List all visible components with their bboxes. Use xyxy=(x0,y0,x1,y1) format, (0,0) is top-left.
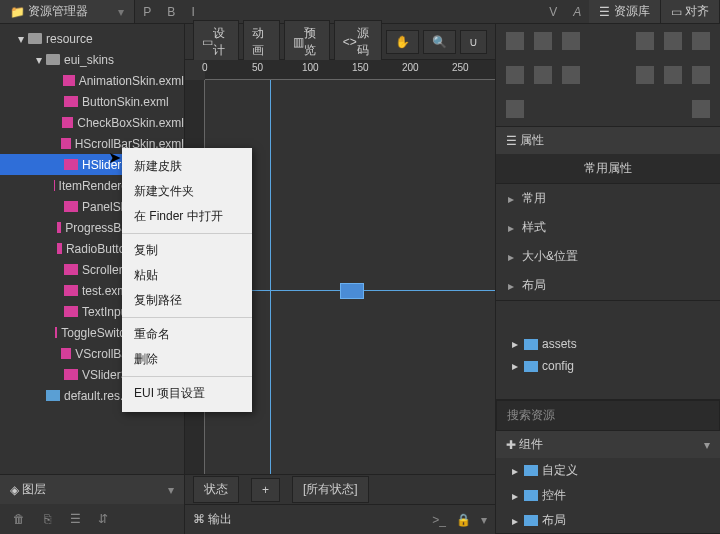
tree-label: AnimationSkin.exml xyxy=(79,74,184,88)
distribute-v-icon[interactable] xyxy=(534,66,552,84)
chevron-down-icon[interactable]: ▾ xyxy=(168,483,174,497)
prop-size[interactable]: ▸大小&位置 xyxy=(496,242,720,271)
guide-vertical[interactable] xyxy=(270,80,271,474)
right-panel: ☰ 属性 常用属性 ▸常用 ▸样式 ▸大小&位置 ▸布局 ▸assets ▸co… xyxy=(495,24,720,534)
adjust-icon[interactable]: ⇵ xyxy=(94,510,112,528)
add-state-button[interactable]: + xyxy=(251,478,280,502)
prop-style[interactable]: ▸样式 xyxy=(496,213,720,242)
prop-layout[interactable]: ▸布局 xyxy=(496,271,720,300)
components-label: 组件 xyxy=(519,436,543,453)
all-states-button[interactable]: [所有状态] xyxy=(292,476,369,503)
exml-icon xyxy=(61,348,71,359)
tree-file-exml[interactable]: ButtonSkin.exml xyxy=(0,91,184,112)
panel-menu-icon[interactable]: ▾ xyxy=(118,5,124,19)
tool-b[interactable]: B xyxy=(159,0,183,23)
magnet-tool[interactable]: ∪ xyxy=(460,30,487,54)
align-center-v-icon[interactable] xyxy=(664,32,682,50)
console-icon[interactable]: >_ xyxy=(432,513,446,527)
space-h-icon[interactable] xyxy=(562,66,580,84)
source-button[interactable]: <> 源码 xyxy=(334,20,382,64)
exml-icon xyxy=(64,96,78,107)
menu-new-folder[interactable]: 新建文件夹 xyxy=(122,179,252,204)
selected-element[interactable] xyxy=(340,283,364,299)
chevron-down-icon[interactable]: ▾ xyxy=(704,438,710,452)
separator xyxy=(122,233,252,234)
layers-header[interactable]: ◈ 图层 ▾ xyxy=(0,475,184,504)
terminal-icon: ⌘ xyxy=(193,512,205,526)
space-v-icon[interactable] xyxy=(636,66,654,84)
editor-toolbar: ▭ 设计 动画 ▥ 预览 <> 源码 ✋ 🔍 ∪ xyxy=(185,24,495,60)
exml-icon xyxy=(64,369,78,380)
grid-icon[interactable] xyxy=(692,100,710,118)
folder-assets[interactable]: ▸assets xyxy=(496,333,720,355)
menu-eui-settings[interactable]: EUI 项目设置 xyxy=(122,381,252,406)
tree-file-exml[interactable]: AnimationSkin.exml xyxy=(0,70,184,91)
output-tab[interactable]: ⌘ 输出 xyxy=(193,511,232,528)
components-section: ✚ 组件 ▾ ▸自定义 ▸控件 ▸布局 xyxy=(496,431,720,534)
match-width-icon[interactable] xyxy=(664,66,682,84)
state-button[interactable]: 状态 xyxy=(193,476,239,503)
asset-library-tab[interactable]: ☰ 资源库 xyxy=(589,0,660,23)
resource-manager-tab[interactable]: 📁 资源管理器 ▾ xyxy=(0,0,135,23)
trash-icon[interactable]: 🗑 xyxy=(10,510,28,528)
prop-common[interactable]: ▸常用 xyxy=(496,184,720,213)
arrow-icon: ▾ xyxy=(18,32,28,46)
text-tool-icon[interactable]: A xyxy=(565,0,589,23)
hand-tool[interactable]: ✋ xyxy=(386,30,419,54)
arrow-icon: ▾ xyxy=(36,53,46,67)
align-right-icon[interactable] xyxy=(562,32,580,50)
resource-manager-label: 资源管理器 xyxy=(28,3,88,20)
menu-copy[interactable]: 复制 xyxy=(122,238,252,263)
align-center-h-icon[interactable] xyxy=(534,32,552,50)
tool-v[interactable]: V xyxy=(541,0,565,23)
align-label: 对齐 xyxy=(685,3,709,20)
preview-button[interactable]: ▥ 预览 xyxy=(284,20,330,64)
common-props-header: 常用属性 xyxy=(496,154,720,184)
tree-folder-resource[interactable]: ▾ resource xyxy=(0,28,184,49)
design-button[interactable]: ▭ 设计 xyxy=(193,20,239,64)
menu-copy-path[interactable]: 复制路径 xyxy=(122,288,252,313)
search-assets-input[interactable]: 搜索资源 xyxy=(496,400,720,431)
panel-menu-icon[interactable]: ▾ xyxy=(481,513,487,527)
exml-icon xyxy=(61,138,71,149)
ruler-tick: 250 xyxy=(452,62,469,73)
menu-reveal[interactable]: 在 Finder 中打开 xyxy=(122,204,252,229)
match-height-icon[interactable] xyxy=(692,66,710,84)
json-icon xyxy=(46,390,60,401)
align-top-icon[interactable] xyxy=(636,32,654,50)
comp-custom[interactable]: ▸自定义 xyxy=(496,458,720,483)
folder-config[interactable]: ▸config xyxy=(496,355,720,377)
exml-icon xyxy=(64,306,78,317)
tree-file-exml[interactable]: CheckBoxSkin.exml xyxy=(0,112,184,133)
exml-icon xyxy=(64,264,78,275)
folder-icon xyxy=(46,54,60,65)
ruler-tick: 150 xyxy=(352,62,369,73)
tree-folder-eui-skins[interactable]: ▾ eui_skins xyxy=(0,49,184,70)
folder-icon xyxy=(28,33,42,44)
ruler-horizontal: 050100150200250300 xyxy=(205,60,495,80)
zoom-tool[interactable]: 🔍 xyxy=(423,30,456,54)
anim-button[interactable]: 动画 xyxy=(243,20,280,64)
menu-new-skin[interactable]: 新建皮肤 xyxy=(122,154,252,179)
properties-header[interactable]: ☰ 属性 xyxy=(496,127,720,154)
comp-widgets[interactable]: ▸控件 xyxy=(496,483,720,508)
menu-rename[interactable]: 重命名 xyxy=(122,322,252,347)
tool-p[interactable]: P xyxy=(135,0,159,23)
components-header[interactable]: ✚ 组件 ▾ xyxy=(496,431,720,458)
folder-icon xyxy=(524,515,538,526)
lock-icon[interactable]: 🔒 xyxy=(456,513,471,527)
menu-paste[interactable]: 粘贴 xyxy=(122,263,252,288)
distribute-h-icon[interactable] xyxy=(506,66,524,84)
copy-icon[interactable]: ⎘ xyxy=(38,510,56,528)
list-icon[interactable]: ☰ xyxy=(66,510,84,528)
separator xyxy=(122,376,252,377)
tree-label: CheckBoxSkin.exml xyxy=(77,116,184,130)
layers-label: 图层 xyxy=(22,481,46,498)
ruler-tick: 200 xyxy=(402,62,419,73)
align-tab[interactable]: ▭ 对齐 xyxy=(661,0,720,23)
comp-layout[interactable]: ▸布局 xyxy=(496,508,720,533)
align-left-icon[interactable] xyxy=(506,32,524,50)
snap-icon[interactable] xyxy=(506,100,524,118)
menu-delete[interactable]: 删除 xyxy=(122,347,252,372)
align-bottom-icon[interactable] xyxy=(692,32,710,50)
